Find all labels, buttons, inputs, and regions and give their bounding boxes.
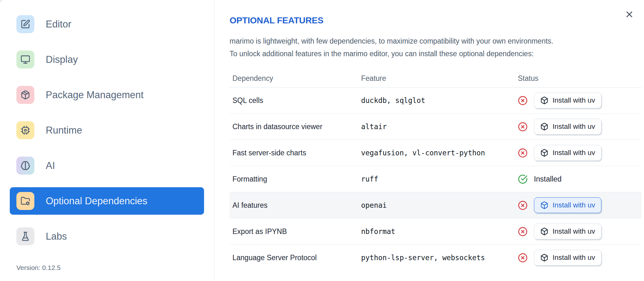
not-installed-icon — [518, 148, 528, 158]
box-icon — [540, 149, 548, 157]
package-icon — [16, 86, 34, 104]
dependency-cell: Export as IPYNB — [230, 227, 361, 236]
close-button[interactable] — [624, 9, 635, 20]
sidebar-item-editor[interactable]: Editor — [10, 10, 204, 38]
dependency-cell: Fast server-side charts — [230, 149, 361, 157]
folder-cog-icon — [16, 192, 34, 210]
dependency-cell: AI features — [230, 201, 361, 210]
installed-label: Installed — [534, 175, 562, 183]
box-icon — [540, 227, 548, 236]
square-pen-icon — [16, 15, 34, 33]
install-button-label: Install with uv — [553, 254, 595, 262]
install-button-label: Install with uv — [553, 227, 595, 236]
install-with-uv-button[interactable]: Install with uv — [534, 119, 601, 135]
box-icon — [540, 201, 548, 209]
feature-cell: python-lsp-server, websockets — [361, 254, 518, 262]
page-title: OPTIONAL FEATURES — [230, 15, 644, 26]
dependencies-table: Dependency Feature Status SQL cells duck… — [230, 69, 641, 271]
status-cell: Install with uv — [518, 119, 641, 135]
sidebar-item-label: Runtime — [46, 125, 82, 136]
feature-cell: nbformat — [361, 227, 518, 236]
column-header-feature: Feature — [361, 74, 518, 83]
install-with-uv-button[interactable]: Install with uv — [534, 250, 601, 266]
settings-dialog: Editor Display Package Management Runtim… — [0, 0, 644, 281]
dependency-cell: Language Server Protocol — [230, 254, 361, 262]
install-button-label: Install with uv — [553, 123, 595, 131]
panel-description: marimo is lightweight, with few dependen… — [230, 35, 644, 60]
description-line: To unlock additional features in the mar… — [230, 47, 644, 60]
install-button-label: Install with uv — [553, 96, 595, 105]
sidebar-item-label: AI — [46, 160, 55, 171]
table-row: SQL cells duckdb, sqlglot Install with u… — [230, 87, 641, 114]
column-header-dependency: Dependency — [230, 74, 361, 83]
install-with-uv-button[interactable]: Install with uv — [534, 93, 601, 108]
cpu-icon — [16, 121, 34, 139]
install-button-label: Install with uv — [553, 149, 595, 157]
dependency-cell: SQL cells — [230, 96, 361, 105]
box-icon — [540, 254, 548, 262]
installed-check-icon — [518, 174, 528, 184]
sidebar-item-label: Package Management — [46, 89, 143, 101]
close-icon — [624, 9, 634, 19]
table-row: Formatting ruff Installed — [230, 166, 641, 192]
sidebar-item-label: Optional Dependencies — [46, 195, 147, 207]
dependency-cell: Charts in datasource viewer — [230, 123, 361, 131]
install-with-uv-button[interactable]: Install with uv — [534, 224, 601, 239]
status-cell: Installed — [518, 174, 641, 184]
monitor-icon — [16, 51, 34, 69]
install-button-label: Install with uv — [553, 201, 595, 209]
sidebar-item-optional-dependencies[interactable]: Optional Dependencies — [10, 187, 204, 215]
status-cell: Install with uv — [518, 93, 641, 108]
settings-sidebar: Editor Display Package Management Runtim… — [0, 0, 214, 281]
install-with-uv-button[interactable]: Install with uv — [534, 197, 601, 213]
sidebar-item-runtime[interactable]: Runtime — [10, 117, 204, 144]
column-header-status: Status — [518, 74, 641, 83]
sidebar-nav: Editor Display Package Management Runtim… — [0, 0, 214, 250]
status-cell: Install with uv — [518, 197, 641, 213]
description-line: marimo is lightweight, with few dependen… — [230, 35, 644, 47]
feature-cell: openai — [361, 201, 518, 209]
install-with-uv-button[interactable]: Install with uv — [534, 145, 601, 161]
feature-cell: ruff — [361, 175, 518, 183]
table-row: Export as IPYNB nbformat Install with uv — [230, 218, 641, 245]
table-row: AI features openai Install with uv — [230, 192, 641, 218]
table-row: Fast server-side charts vegafusion, vl-c… — [230, 140, 641, 166]
flask-icon — [16, 227, 34, 245]
not-installed-icon — [518, 96, 528, 105]
table-header-row: Dependency Feature Status — [230, 69, 641, 87]
not-installed-icon — [518, 122, 528, 132]
feature-cell: vegafusion, vl-convert-python — [361, 149, 518, 157]
sidebar-item-labs[interactable]: Labs — [10, 223, 204, 250]
table-row: Language Server Protocol python-lsp-serv… — [230, 245, 641, 271]
dependency-cell: Formatting — [230, 175, 361, 183]
not-installed-icon — [518, 200, 528, 210]
status-cell: Install with uv — [518, 224, 641, 239]
status-cell: Install with uv — [518, 250, 641, 266]
status-cell: Install with uv — [518, 145, 641, 161]
table-row: Charts in datasource viewer altair Insta… — [230, 114, 641, 140]
optional-features-panel: OPTIONAL FEATURES marimo is lightweight,… — [214, 0, 644, 281]
sidebar-item-label: Editor — [46, 19, 71, 30]
sidebar-item-label: Labs — [46, 231, 67, 242]
feature-cell: altair — [361, 123, 518, 131]
not-installed-icon — [518, 253, 528, 263]
not-installed-icon — [518, 227, 528, 236]
brain-icon — [16, 157, 34, 175]
feature-cell: duckdb, sqlglot — [361, 96, 518, 105]
sidebar-item-ai[interactable]: AI — [10, 152, 204, 179]
version-label: Version: 0.12.5 — [16, 264, 61, 272]
box-icon — [540, 123, 548, 131]
box-icon — [540, 96, 548, 105]
sidebar-item-package-management[interactable]: Package Management — [10, 81, 204, 109]
sidebar-item-label: Display — [46, 54, 78, 65]
sidebar-item-display[interactable]: Display — [10, 46, 204, 73]
